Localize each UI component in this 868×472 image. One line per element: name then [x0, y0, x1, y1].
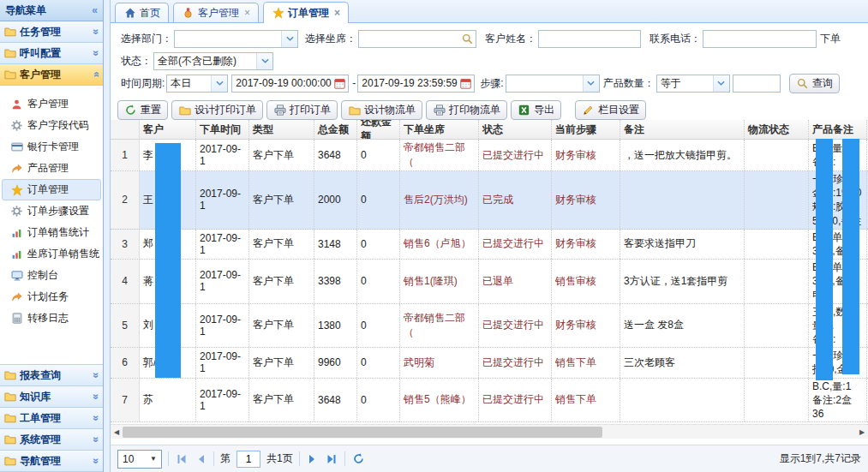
star-icon — [272, 7, 284, 20]
sidebar-item-console[interactable]: 控制台 — [2, 265, 101, 286]
sidebar-group-report-query[interactable]: 报表查询» — [0, 365, 103, 386]
group-label: 导航管理 — [20, 454, 90, 469]
order-row-7[interactable]: 7苏2017-09-1客户下单36480销售5（熊峰）已提交进行中销售下单B.C… — [111, 379, 868, 423]
cell-repay: 0 — [357, 230, 400, 259]
sidebar-item-transfer-log[interactable]: 转移日志 — [2, 308, 101, 329]
group-label: 客户管理 — [20, 68, 90, 82]
phone-label: 联系电话： — [650, 32, 701, 46]
qty-input[interactable] — [733, 75, 781, 93]
chevron-down-icon[interactable] — [583, 75, 599, 92]
last-page-button[interactable] — [325, 454, 338, 464]
sidebar-item-order-sales-stats[interactable]: 订单销售统计 — [2, 222, 101, 243]
customer-name-label: 客户姓名： — [485, 32, 536, 46]
refresh-icon[interactable] — [351, 453, 366, 464]
close-icon[interactable]: × — [244, 8, 250, 18]
sidebar-splitter[interactable] — [104, 0, 111, 472]
scrollbar-thumb[interactable] — [123, 427, 602, 438]
status-combobox[interactable]: 全部(不含已删除) — [153, 52, 273, 70]
sidebar-group-task-mgmt[interactable]: 任务管理» — [0, 21, 103, 43]
order-row-6[interactable]: 6郭/唐2017-09-1客户下单99600武明菊已提交进行中销售下单三次老顾客… — [111, 348, 868, 378]
design-print-order-button[interactable]: 设计打印订单 — [171, 100, 263, 120]
column-header-1[interactable]: 客户 — [140, 120, 196, 139]
order-row-1[interactable]: 1李2017-09-1客户下单36480帝都销售二部（已提交进行中财务审核，送一… — [111, 140, 868, 171]
chevron-down-icon[interactable] — [211, 75, 227, 92]
sidebar-item-customer-mgmt[interactable]: 客户管理 — [2, 93, 101, 115]
group-label: 报表查询 — [20, 368, 90, 383]
sidebar-group-nav-mgmt[interactable]: 导航管理» — [0, 451, 103, 472]
order-row-3[interactable]: 3郑2017-09-1客户下单31480销售6（卢旭）已提交进行中财务审核客要求… — [111, 230, 868, 260]
chevron-down-icon[interactable] — [281, 31, 297, 47]
sidebar-group-customer-mgmt[interactable]: 客户管理» — [0, 64, 103, 86]
export-button[interactable]: 导出 — [511, 100, 561, 120]
design-logistics-form-button[interactable]: 设计物流单 — [341, 100, 422, 120]
qty-op-combobox[interactable]: 等于 — [656, 75, 730, 93]
sidebar-item-agent-order-sales-stats[interactable]: 坐席订单销售统 — [2, 243, 101, 265]
scroll-left-icon[interactable]: ◀ — [111, 428, 123, 436]
print-logistics-form-button[interactable]: 打印物流单 — [426, 100, 507, 120]
column-header-rownum[interactable] — [111, 120, 140, 139]
tab-customer-mgmt[interactable]: 客户管理× — [173, 3, 259, 22]
close-icon[interactable]: × — [334, 8, 340, 18]
column-header-6[interactable]: 下单坐席 — [400, 120, 479, 139]
cell-num: 2 — [111, 171, 140, 229]
sidebar: 导航菜单 « 任务管理»呼叫配置»客户管理» 客户管理客户字段代码银行卡管理产品… — [0, 0, 104, 472]
filter-row-1: 选择部门： 选择坐席： 客户姓名： 联系电话： 下单 — [117, 27, 868, 50]
sidebar-item-label: 订单步骤设置 — [27, 204, 89, 218]
chevron-down-icon[interactable] — [256, 53, 272, 69]
button-label: 栏目设置 — [598, 103, 639, 117]
agent-search-input[interactable] — [358, 30, 476, 48]
column-header-4[interactable]: 总金额 — [314, 120, 357, 139]
group-label: 呼叫配置 — [20, 46, 90, 61]
prev-page-button[interactable] — [195, 454, 207, 464]
column-header-3[interactable]: 类型 — [249, 120, 314, 139]
chevron-double-left-icon[interactable]: « — [92, 4, 98, 16]
column-header-11[interactable]: 产品备注 — [809, 120, 867, 139]
cell-num: 1 — [111, 140, 140, 170]
column-header-5[interactable]: 还款金额 — [357, 120, 400, 139]
print-order-button[interactable]: 打印订单 — [266, 100, 338, 120]
sidebar-item-order-mgmt[interactable]: 订单管理 — [2, 179, 101, 200]
cell-order_time: 2017-09-1 — [196, 304, 249, 348]
page-size-select[interactable]: 10 ▼ — [117, 450, 162, 469]
sidebar-item-order-step-settings[interactable]: 订单步骤设置 — [2, 200, 101, 222]
sidebar-group-call-config[interactable]: 呼叫配置» — [0, 43, 103, 64]
column-header-8[interactable]: 当前步骤 — [552, 120, 620, 139]
column-header-9[interactable]: 备注 — [620, 120, 745, 139]
column-header-2[interactable]: 下单时间 — [196, 120, 249, 139]
horizontal-scrollbar[interactable]: ◀ ▶ — [111, 424, 868, 439]
sidebar-item-customer-field-code[interactable]: 客户字段代码 — [2, 115, 101, 136]
page-number-input[interactable] — [236, 451, 260, 468]
date-from-input[interactable]: 2017-09-19 00:00:00 — [231, 75, 349, 93]
reset-button[interactable]: 重置 — [117, 100, 168, 120]
scroll-right-icon[interactable]: ▶ — [856, 428, 868, 436]
column-header-10[interactable]: 物流状态 — [745, 120, 809, 139]
phone-input[interactable] — [703, 30, 817, 48]
date-to-input[interactable]: 2017-09-19 23:59:59 — [357, 75, 475, 93]
next-page-button[interactable] — [306, 454, 319, 464]
order-row-4[interactable]: 4蒋2017-09-1客户下单33980销售1(隆琪)已退单销售审核3方认证，送… — [111, 260, 868, 304]
console-icon — [10, 269, 23, 282]
calendar-icon[interactable] — [458, 75, 474, 92]
tab-home[interactable]: 首页 — [115, 3, 169, 22]
sidebar-group-system-mgmt[interactable]: 系统管理» — [0, 429, 103, 451]
sidebar-item-bank-card-mgmt[interactable]: 银行卡管理 — [2, 136, 101, 158]
sidebar-item-product-mgmt[interactable]: 产品管理 — [2, 158, 101, 179]
order-row-5[interactable]: 5刘2017-09-1客户下单13800帝都销售二部（已提交进行中财务审核送一盒… — [111, 304, 868, 349]
step-combobox[interactable] — [506, 75, 600, 93]
search-icon[interactable] — [459, 31, 476, 47]
search-button[interactable]: 查询 — [789, 74, 840, 93]
tab-order-mgmt[interactable]: 订单管理× — [263, 2, 349, 23]
calendar-icon[interactable] — [332, 75, 348, 92]
customer-name-input[interactable] — [538, 30, 641, 48]
column-settings-button[interactable]: 栏目设置 — [575, 100, 646, 120]
sidebar-group-knowledge-base[interactable]: 知识库» — [0, 386, 103, 408]
sidebar-item-scheduled-tasks[interactable]: 计划任务 — [2, 286, 101, 308]
chevron-down-icon[interactable] — [713, 75, 729, 92]
first-page-button[interactable] — [175, 454, 189, 464]
cell-status: 已提交进行中 — [479, 230, 552, 259]
sidebar-group-workorder-mgmt[interactable]: 工单管理» — [0, 408, 103, 429]
period-combobox[interactable]: 本日 — [166, 75, 228, 93]
dept-combobox[interactable] — [174, 30, 298, 48]
column-header-7[interactable]: 状态 — [479, 120, 552, 139]
order-row-2[interactable]: 2王2017-09-1客户下单20000售后2(万洪均)已完成财务审核一味珍珠 … — [111, 171, 868, 230]
